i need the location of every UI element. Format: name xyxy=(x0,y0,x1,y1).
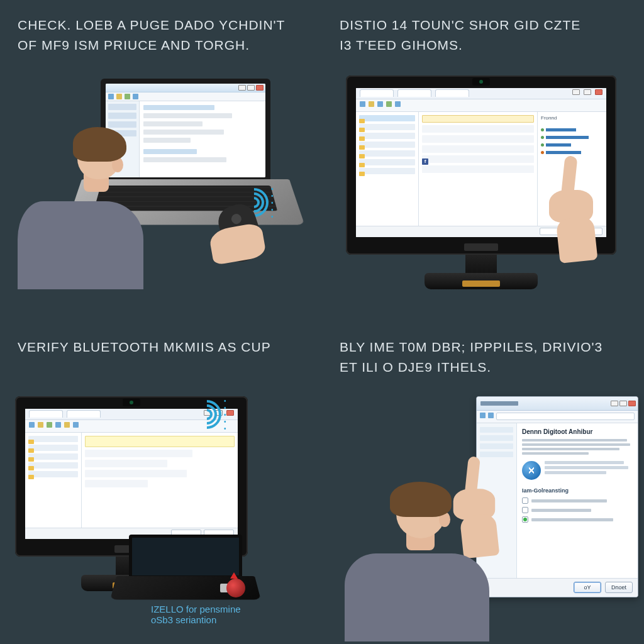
sidebar-item[interactable] xyxy=(359,159,415,165)
close-button[interactable] xyxy=(226,410,234,416)
dialog-paragraph xyxy=(522,448,619,450)
usb-bluetooth-dongle[interactable] xyxy=(220,575,252,602)
sidebar-item[interactable] xyxy=(28,471,78,477)
content-line xyxy=(143,138,191,143)
sidebar-item[interactable] xyxy=(480,427,513,433)
option-row[interactable] xyxy=(522,507,633,513)
minimize-button[interactable] xyxy=(611,401,618,406)
list-item[interactable] xyxy=(422,135,534,143)
window-tab[interactable] xyxy=(67,410,101,418)
sidebar-item[interactable] xyxy=(480,443,513,449)
toolbar-icon[interactable] xyxy=(73,422,79,428)
sidebar-item[interactable] xyxy=(28,445,78,451)
close-button[interactable] xyxy=(628,401,636,406)
subcaption-step-3: IZELLO for pensmine oSb3 seriantion xyxy=(151,604,241,625)
cancel-button[interactable]: Dnoet xyxy=(605,582,633,593)
bluetooth-details xyxy=(545,461,633,476)
checkbox-checked-icon[interactable] xyxy=(522,516,528,523)
list-item[interactable] xyxy=(85,470,187,477)
option-row[interactable] xyxy=(522,497,633,504)
dialog-body: Dennn Digitoot Anhibur Iam-Golreansting xyxy=(517,423,638,578)
window-tab[interactable] xyxy=(29,410,63,418)
explorer-sidebar xyxy=(356,112,419,226)
sidebar-item[interactable] xyxy=(359,133,415,139)
caption-step-4-line-2: ET ILI O DJE9 ITHELS. xyxy=(340,360,491,374)
dialog-title-text xyxy=(480,401,518,406)
sidebar-item[interactable] xyxy=(108,113,136,119)
sidebar-item[interactable] xyxy=(480,435,513,441)
sidebar-item[interactable] xyxy=(108,121,136,128)
list-item[interactable]: f xyxy=(422,155,534,163)
ok-button[interactable]: oY xyxy=(574,582,601,593)
close-button[interactable] xyxy=(595,89,602,95)
sidebar-item[interactable] xyxy=(359,142,415,148)
caption-step-2-line-2: I3 T'EED GIHOMS. xyxy=(340,38,463,52)
toolbar-icon[interactable] xyxy=(395,101,401,107)
details-link[interactable] xyxy=(541,124,603,129)
folder-icon xyxy=(359,119,365,123)
details-link[interactable] xyxy=(541,139,603,144)
sidebar-item[interactable] xyxy=(359,115,415,121)
sidebar-item[interactable] xyxy=(108,104,136,110)
maximize-button[interactable] xyxy=(247,85,255,91)
explorer-content: f xyxy=(419,112,537,226)
toolbar-icon[interactable] xyxy=(38,422,43,428)
list-item-selected[interactable] xyxy=(422,115,534,123)
sidebar-item[interactable] xyxy=(28,462,78,469)
list-item[interactable] xyxy=(422,165,534,173)
dialog-paragraph xyxy=(522,452,589,455)
bluetooth-info-block xyxy=(522,461,633,480)
toolbar-icon[interactable] xyxy=(64,422,70,428)
sidebar-item[interactable] xyxy=(359,168,415,174)
list-item[interactable] xyxy=(422,125,534,133)
details-link[interactable] xyxy=(541,131,603,136)
list-item-selected[interactable] xyxy=(85,436,235,447)
toolbar-icon[interactable] xyxy=(125,94,130,99)
checkbox[interactable] xyxy=(522,497,528,504)
close-button[interactable] xyxy=(256,85,264,91)
caption-step-2: DISTIO 14 TOUN'C SHOR GID CZTE I3 T'EED … xyxy=(340,15,626,55)
toolbar-icon[interactable] xyxy=(133,94,138,99)
caption-step-1: CHECK. LOEB A PUGE DADO YCHDIN'T OF MF9 … xyxy=(18,15,304,55)
maximize-button[interactable] xyxy=(584,89,591,95)
explorer-content xyxy=(82,433,238,528)
checkbox-warning-icon[interactable] xyxy=(522,507,528,513)
address-bar[interactable] xyxy=(496,413,635,420)
sidebar-item[interactable] xyxy=(359,124,415,130)
caption-step-1-line-1: CHECK. LOEB A PUGE DADO YCHDIN'T xyxy=(18,18,285,32)
hand-holding-remote xyxy=(211,204,277,255)
window-tab[interactable] xyxy=(435,89,469,97)
window-tab[interactable] xyxy=(397,89,431,97)
panel-step-2: DISTIO 14 TOUN'C SHOR GID CZTE I3 T'EED … xyxy=(322,0,644,322)
sidebar-item[interactable] xyxy=(359,150,415,157)
toolbar-icon[interactable] xyxy=(377,101,383,107)
toolbar-icon[interactable] xyxy=(29,422,35,428)
window-tab[interactable] xyxy=(360,89,394,97)
list-item[interactable] xyxy=(422,145,534,153)
option-row[interactable] xyxy=(522,516,633,523)
list-item[interactable] xyxy=(85,450,192,457)
sidebar-item[interactable] xyxy=(28,436,78,442)
list-item[interactable] xyxy=(85,460,167,467)
back-icon[interactable] xyxy=(480,413,486,418)
toolbar-icon[interactable] xyxy=(386,101,392,107)
folder-icon xyxy=(359,154,365,158)
dialog-titlebar[interactable] xyxy=(477,397,638,411)
toolbar-icon[interactable] xyxy=(47,422,52,428)
toolbar-icon[interactable] xyxy=(55,422,61,428)
maximize-button[interactable] xyxy=(619,401,627,406)
list-item[interactable] xyxy=(85,480,148,487)
window-titlebar[interactable] xyxy=(106,84,265,92)
minimize-button[interactable] xyxy=(238,85,246,91)
sidebar-item[interactable] xyxy=(28,453,78,460)
toolbar-icon[interactable] xyxy=(369,101,374,107)
option-label xyxy=(531,518,613,521)
dialog-heading: Dennn Digitoot Anhibur xyxy=(522,428,633,435)
minimize-button[interactable] xyxy=(572,89,580,95)
toolbar-icon[interactable] xyxy=(108,94,114,99)
details-link[interactable] xyxy=(541,147,603,152)
forward-icon[interactable] xyxy=(488,413,494,418)
caption-step-4: BLY IME T0M DBR; IPPPILES, DRIVIO'3 ET I… xyxy=(340,337,626,377)
toolbar-icon[interactable] xyxy=(360,101,365,107)
toolbar-icon[interactable] xyxy=(116,94,122,99)
